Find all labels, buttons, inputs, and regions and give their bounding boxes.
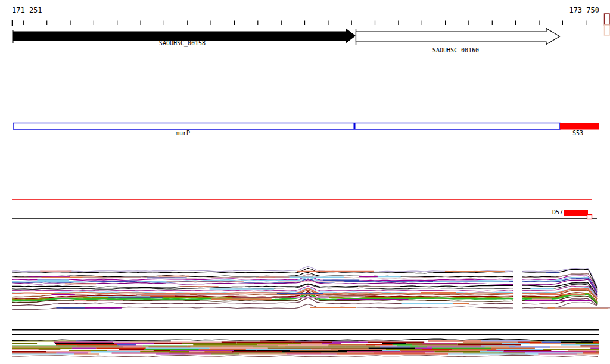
feature-label-s53: S53 <box>572 130 583 136</box>
feature-d57-outline-box[interactable] <box>587 215 592 219</box>
feature-label-murp: murP <box>176 130 190 136</box>
bottom-coverage-band <box>12 339 599 357</box>
coverage-trace <box>12 304 513 310</box>
feature-label-d57: D57 <box>552 209 563 216</box>
feature-murp-divider <box>354 123 356 130</box>
genome-browser-view: 171 251 173 750 SAOUHSC_00158 SAOUHSC_00… <box>0 0 610 364</box>
gene-label-saouhsc-00160: SAOUHSC_00160 <box>432 47 479 54</box>
gene-arrow-saouhsc-00160[interactable] <box>356 29 560 45</box>
gene-label-saouhsc-00158: SAOUHSC_00158 <box>159 40 206 46</box>
browser-canvas <box>0 0 610 364</box>
coverage-traces <box>12 266 610 309</box>
feature-s53-segment[interactable] <box>560 123 599 130</box>
gene-track <box>13 28 560 45</box>
feature-murp-bar[interactable] <box>13 123 560 130</box>
coverage-trace <box>12 266 513 272</box>
feature-d57-segment[interactable] <box>564 210 588 216</box>
feature-track <box>13 123 599 130</box>
ruler-end-label: 173 750 <box>569 7 599 14</box>
selection-cursor[interactable] <box>605 14 610 25</box>
band-bottom-border <box>12 355 598 357</box>
selection-cursor-shadow <box>605 25 610 35</box>
coverage-trace <box>522 303 597 308</box>
coverage-trace <box>12 284 513 287</box>
ruler-start-label: 171 251 <box>12 7 42 14</box>
